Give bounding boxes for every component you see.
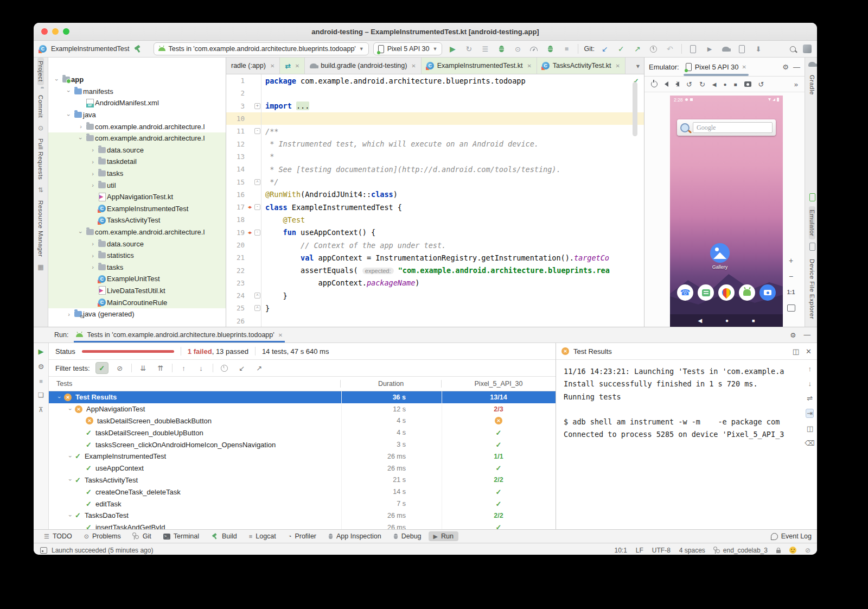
code-line[interactable]: 19◀▶- fun useAppContext() { — [226, 226, 644, 239]
git-history-icon[interactable] — [648, 43, 660, 55]
close-icon[interactable]: ✕ — [278, 332, 283, 338]
commit-icon[interactable]: ⊙ — [38, 124, 43, 132]
rotate-right-icon[interactable]: ↻ — [699, 80, 705, 88]
test-row[interactable]: ✓insertTaskAndGetById26 ms✓ — [49, 522, 556, 529]
tree-item[interactable]: CExampleInstrumentedTest — [48, 203, 226, 215]
overview-icon[interactable]: ■ — [734, 81, 737, 87]
file-encoding[interactable]: UTF-8 — [652, 547, 671, 554]
column-device[interactable]: Pixel_5_API_30 — [441, 380, 556, 388]
collapse-all-icon[interactable]: ⇈ — [155, 363, 167, 373]
profile-restart-icon[interactable]: ↻ — [463, 43, 475, 55]
volume-down-icon[interactable] — [665, 81, 668, 87]
read-only-lock-icon[interactable] — [776, 550, 781, 553]
sidebar-item-gradle[interactable]: Gradle — [809, 72, 815, 98]
code-line[interactable]: 11-/** — [226, 125, 644, 137]
tree-chevron-icon[interactable]: › — [56, 393, 63, 401]
code-line[interactable]: 2 — [226, 87, 644, 99]
build-hammer-icon[interactable] — [134, 45, 142, 53]
tool-window-button-app-inspection[interactable]: App Inspection — [323, 531, 386, 541]
close-icon[interactable]: ✕ — [742, 64, 746, 70]
fold-marker-icon[interactable]: - — [254, 204, 261, 210]
fold-marker-icon[interactable]: ˄ — [254, 179, 261, 185]
tree-chevron-icon[interactable]: › — [66, 87, 72, 96]
code-line[interactable]: 20 // Context of the app under test. — [226, 239, 644, 251]
line-ending[interactable]: LF — [636, 547, 643, 554]
code-line[interactable]: 3+import ... — [226, 100, 644, 112]
editor-tab[interactable]: radle (:app)✕ — [226, 58, 280, 74]
tree-item[interactable]: CExampleUnitTest — [48, 273, 226, 285]
previous-failed-icon[interactable]: ↑ — [178, 363, 190, 373]
tool-window-button-terminal[interactable]: >_Terminal — [158, 531, 204, 541]
next-failed-icon[interactable]: ↓ — [195, 363, 207, 373]
tree-chevron-icon[interactable]: › — [78, 228, 84, 237]
tree-chevron-icon[interactable]: › — [88, 264, 97, 270]
tree-chevron-icon[interactable]: › — [67, 452, 74, 460]
zoom-reset-button[interactable]: 1:1 — [785, 287, 797, 297]
tree-item[interactable]: ›app — [48, 74, 226, 86]
tree-chevron-icon[interactable]: › — [88, 147, 97, 153]
fold-marker-icon[interactable]: - — [254, 230, 261, 236]
test-row[interactable]: ✓editTask7 s✓ — [49, 498, 556, 510]
attach-debugger-icon[interactable]: ⊙ — [512, 43, 524, 55]
test-row[interactable]: ›✕AppNavigationTest12 s2/3 — [49, 403, 556, 415]
tree-chevron-icon[interactable]: › — [76, 123, 85, 130]
event-log-button[interactable]: Event Log — [771, 532, 812, 540]
tree-item[interactable]: LiveDataTestUtil.kt — [48, 285, 226, 297]
tree-chevron-icon[interactable]: › — [88, 170, 97, 177]
status-message[interactable]: Launch succeeded (5 minutes ago) — [52, 547, 153, 554]
profiler-button[interactable] — [528, 43, 540, 55]
indent-setting[interactable]: 4 spaces — [679, 547, 705, 554]
power-icon[interactable] — [651, 81, 658, 87]
tool-window-button-todo[interactable]: ☰TODO — [39, 531, 77, 541]
close-tab-icon[interactable]: ✕ — [616, 63, 620, 69]
git-push-button[interactable]: ↗ — [631, 43, 643, 55]
tree-chevron-icon[interactable]: › — [65, 311, 73, 318]
tree-chevron-icon[interactable]: › — [88, 252, 97, 259]
tree-item[interactable]: AppNavigationTest.kt — [48, 191, 226, 203]
scroll-to-end-icon[interactable]: ⇥ — [806, 409, 814, 418]
google-search-widget[interactable]: Google — [677, 119, 776, 136]
code-editor[interactable]: 1package com.example.android.architectur… — [226, 74, 644, 327]
code-line[interactable]: 1package com.example.android.architectur… — [226, 74, 644, 87]
more-icon[interactable]: » — [794, 80, 798, 88]
tree-item[interactable]: ›com.example.android.architecture.l — [48, 132, 226, 144]
snapshots-icon[interactable]: ↺ — [758, 80, 764, 88]
print-icon[interactable]: ◫ — [807, 424, 813, 433]
editor-tab[interactable]: build.gradle (android-testing)✕ — [305, 58, 422, 74]
tree-chevron-icon[interactable]: › — [78, 134, 84, 143]
git-branch-widget[interactable]: end_codelab_3 — [714, 547, 768, 554]
gutter-run-marker-icon[interactable]: ◀▶ — [245, 205, 254, 210]
layout-inspector-icon[interactable] — [736, 43, 748, 55]
pull-requests-icon[interactable]: ⇅ — [38, 186, 43, 194]
test-history-icon[interactable] — [219, 363, 231, 373]
rotate-left-icon[interactable]: ↺ — [686, 80, 692, 88]
hidden-tabs-icon[interactable]: ▾ — [632, 58, 644, 74]
tree-chevron-icon[interactable]: › — [54, 75, 60, 84]
breadcrumb[interactable]: ExampleInstrumentedTest — [51, 45, 130, 53]
volume-up-icon[interactable] — [675, 81, 679, 87]
fold-marker-icon[interactable]: - — [254, 128, 261, 134]
test-row[interactable]: ✕taskDetailScreen_doubleBackButton4 s✕ — [49, 415, 556, 427]
nav-back-icon[interactable]: ◀ — [698, 318, 702, 323]
emulator-strip-icon[interactable] — [809, 193, 815, 203]
rerun-tests-button[interactable]: ▶ — [39, 347, 44, 356]
code-line[interactable]: 26 — [226, 315, 644, 327]
tree-item[interactable]: AndroidManifest.xml — [48, 97, 226, 109]
run-configuration-select[interactable]: Tests in 'com.example.android.architectu… — [154, 42, 369, 55]
search-everywhere-icon[interactable] — [787, 43, 799, 55]
nav-overview-icon[interactable]: ■ — [752, 318, 755, 323]
messages-app-icon[interactable] — [698, 284, 714, 301]
tree-item[interactable]: ›data.source — [48, 238, 226, 250]
phone-app-icon[interactable]: ☎ — [677, 284, 693, 301]
code-line[interactable]: 16@RunWith(AndroidJUnit4::class) — [226, 188, 644, 201]
zoom-out-button[interactable]: − — [785, 271, 797, 282]
emulator-minimize-icon[interactable]: — — [793, 63, 800, 71]
test-row[interactable]: ›✕Test Results36 s13/14 — [49, 391, 556, 403]
restore-layout-icon[interactable]: ❏ — [38, 391, 44, 399]
emulator-device-tab[interactable]: Pixel 5 API 30 ✕ — [684, 58, 749, 76]
close-tab-icon[interactable]: ✕ — [411, 63, 416, 69]
sdk-manager-icon[interactable]: ⬇ — [752, 43, 764, 55]
tool-window-button-debug[interactable]: Debug — [388, 531, 426, 541]
feedback-smiley-icon[interactable] — [789, 547, 796, 554]
test-settings-icon[interactable]: ⚙ — [38, 363, 44, 371]
